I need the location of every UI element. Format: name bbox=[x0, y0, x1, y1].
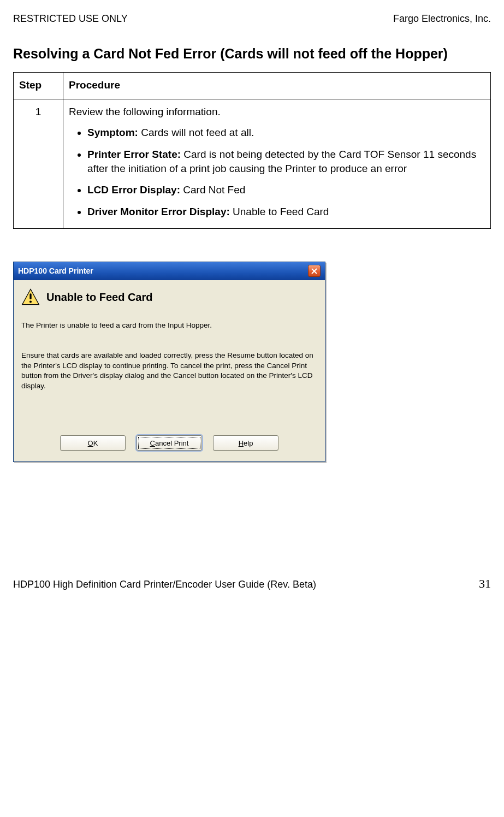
header-right: Fargo Electronics, Inc. bbox=[393, 13, 491, 25]
procedure-list: Symptom: Cards will not feed at all. Pri… bbox=[69, 126, 485, 218]
list-item: Driver Monitor Error Display: Unable to … bbox=[87, 205, 485, 219]
footer-left: HDP100 High Definition Card Printer/Enco… bbox=[13, 579, 316, 590]
list-item: Symptom: Cards will not feed at all. bbox=[87, 126, 485, 140]
procedure-cell: Review the following information. Sympto… bbox=[63, 99, 491, 229]
error-message-2: Ensure that cards are available and load… bbox=[21, 351, 317, 392]
cancel-rest: ancel Print bbox=[155, 439, 188, 447]
col-procedure-header: Procedure bbox=[63, 73, 491, 99]
procedure-table: Step Procedure 1 Review the following in… bbox=[13, 72, 491, 229]
dialog-button-row: OK Cancel Print Help bbox=[21, 435, 317, 454]
list-item: LCD Error Display: Card Not Fed bbox=[87, 183, 485, 197]
error-dialog: HDP100 Card Printer Unable to Feed Card … bbox=[13, 262, 325, 462]
driver-text: Unable to Feed Card bbox=[230, 206, 329, 217]
ok-mnemonic: O bbox=[88, 439, 93, 447]
page-footer: HDP100 High Definition Card Printer/Enco… bbox=[13, 577, 491, 591]
section-title: Resolving a Card Not Fed Error (Cards wi… bbox=[13, 45, 491, 62]
lcd-label: LCD Error Display: bbox=[87, 184, 180, 196]
page-header: RESTRICTED USE ONLY Fargo Electronics, I… bbox=[13, 13, 491, 25]
help-rest: elp bbox=[244, 439, 253, 447]
driver-label: Driver Monitor Error Display: bbox=[87, 206, 230, 217]
dialog-title-text: HDP100 Card Printer bbox=[18, 267, 93, 275]
help-button[interactable]: Help bbox=[213, 435, 278, 451]
warning-icon bbox=[21, 288, 40, 306]
dialog-body: Unable to Feed Card The Printer is unabl… bbox=[14, 280, 325, 461]
close-button[interactable] bbox=[308, 265, 321, 277]
ok-button[interactable]: OK bbox=[60, 435, 126, 451]
lcd-text: Card Not Fed bbox=[180, 184, 245, 196]
error-header-row: Unable to Feed Card bbox=[21, 288, 317, 306]
error-message-1: The Printer is unable to feed a card fro… bbox=[21, 321, 317, 330]
state-label: Printer Error State: bbox=[87, 149, 181, 160]
page-number: 31 bbox=[479, 577, 491, 591]
header-left: RESTRICTED USE ONLY bbox=[13, 13, 128, 25]
procedure-intro: Review the following information. bbox=[69, 106, 485, 118]
close-icon bbox=[311, 268, 317, 274]
col-step-header: Step bbox=[14, 73, 63, 99]
dialog-titlebar[interactable]: HDP100 Card Printer bbox=[14, 262, 325, 280]
error-heading: Unable to Feed Card bbox=[46, 291, 152, 304]
cancel-mnemonic: C bbox=[150, 439, 155, 447]
cancel-print-button[interactable]: Cancel Print bbox=[137, 435, 202, 451]
symptom-text: Cards will not feed at all. bbox=[138, 127, 254, 138]
list-item: Printer Error State: Card is not being d… bbox=[87, 147, 485, 175]
svg-point-2 bbox=[29, 301, 32, 303]
symptom-label: Symptom: bbox=[87, 127, 138, 138]
step-number: 1 bbox=[14, 99, 63, 229]
ok-rest: K bbox=[93, 439, 98, 447]
svg-rect-1 bbox=[29, 294, 31, 300]
help-mnemonic: H bbox=[239, 439, 244, 447]
table-row: 1 Review the following information. Symp… bbox=[14, 99, 491, 229]
